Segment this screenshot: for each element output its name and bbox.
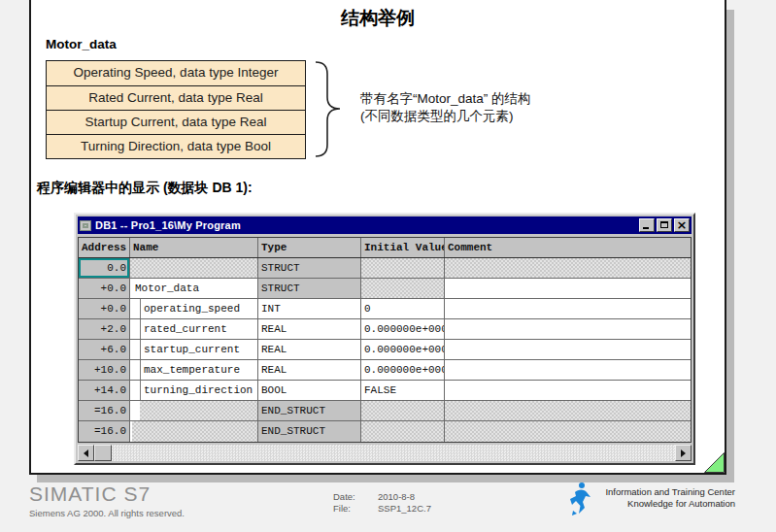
annotation-line-2: (不同数据类型的几个元素) — [360, 108, 531, 125]
table-row[interactable]: +0.0operating_speedINT0 — [79, 299, 691, 319]
name-cell[interactable]: startup_current — [130, 340, 258, 359]
comment-cell[interactable] — [445, 258, 691, 278]
type-cell[interactable]: STRUCT — [258, 279, 361, 298]
type-cell[interactable]: REAL — [258, 340, 361, 359]
initial-value-cell[interactable] — [361, 401, 445, 420]
initial-value-cell[interactable]: 0.000000e+000 — [361, 360, 445, 380]
initial-value-cell[interactable]: 0.000000e+000 — [361, 340, 445, 359]
initial-value-cell[interactable]: 0.000000e+000 — [361, 319, 445, 339]
file-label: File: — [333, 503, 378, 515]
org-line-2: Knowledge for Automation — [605, 498, 735, 510]
minimize-icon[interactable] — [639, 218, 655, 232]
type-cell[interactable]: REAL — [258, 319, 361, 339]
address-cell[interactable]: =16.0 — [79, 421, 130, 442]
table-header-row: AddressNameTypeInitial ValueComment — [79, 238, 691, 258]
address-cell[interactable]: +0.0 — [79, 299, 130, 318]
type-cell[interactable]: REAL — [258, 360, 361, 380]
window-titlebar[interactable]: DB1 -- Pro1_16\My Program — [78, 216, 692, 234]
org-text: Information and Training Center Knowledg… — [605, 486, 735, 509]
window-title: DB1 -- Pro1_16\My Program — [95, 219, 637, 231]
table-row[interactable]: +10.0max_temperatureREAL0.000000e+000 — [79, 360, 691, 381]
comment-cell[interactable] — [445, 421, 691, 442]
name-cell[interactable]: turning_direction — [130, 381, 258, 400]
address-cell[interactable]: =16.0 — [79, 401, 130, 420]
table-row[interactable]: +2.0rated_currentREAL0.000000e+000 — [79, 319, 691, 340]
name-cell[interactable]: max_temperature — [130, 360, 258, 380]
db-editor-window: DB1 -- Pro1_16\My Program AddressNameTyp… — [74, 213, 695, 465]
scroll-right-icon[interactable] — [675, 445, 692, 461]
product-name: SIMATIC S7 — [29, 482, 151, 506]
struct-element-2: Startup Current, data type Real — [47, 110, 305, 134]
date-value: 2010-8-8 — [378, 491, 415, 503]
annotation-line-1: 带有名字“Motor_data” 的结构 — [360, 90, 531, 108]
scrollbar-track[interactable] — [112, 445, 675, 461]
maximize-icon[interactable] — [657, 218, 672, 232]
struct-name-label: Motor_data — [46, 37, 117, 51]
section-heading: 程序编辑器中的显示 (数据块 DB 1): — [37, 180, 253, 197]
page-background: 结构举例 Motor_data Operating Speed, data ty… — [0, 0, 776, 532]
initial-value-cell[interactable]: 0 — [361, 299, 445, 318]
slide-corner-fold — [704, 452, 725, 473]
date-label: Date: — [333, 491, 378, 503]
struct-annotation: 带有名字“Motor_data” 的结构 (不同数据类型的几个元素) — [360, 90, 531, 125]
address-cell[interactable]: +2.0 — [79, 319, 130, 339]
hatch-pattern — [140, 401, 257, 420]
comment-cell[interactable] — [445, 381, 691, 400]
comment-cell[interactable] — [445, 340, 691, 359]
name-cell[interactable] — [130, 421, 258, 442]
comment-cell[interactable] — [445, 299, 691, 318]
struct-element-3: Turning Direction, data type Bool — [47, 134, 305, 158]
column-header-comment: Comment — [445, 238, 691, 257]
name-cell[interactable]: Motor_data — [130, 279, 258, 298]
type-cell[interactable]: BOOL — [258, 381, 361, 400]
table-row[interactable]: 0.0STRUCT — [79, 258, 691, 279]
scroll-left-icon[interactable] — [78, 445, 94, 461]
hatch-pattern — [130, 258, 257, 278]
comment-cell[interactable] — [445, 401, 691, 420]
type-cell[interactable]: STRUCT — [258, 258, 361, 278]
table-row[interactable]: =16.0END_STRUCT — [79, 401, 691, 421]
initial-value-cell[interactable] — [361, 279, 445, 298]
table-row[interactable]: =16.0END_STRUCT — [79, 421, 691, 442]
scrollbar-thumb[interactable] — [94, 445, 112, 461]
address-cell[interactable]: +14.0 — [79, 381, 130, 400]
address-cell[interactable]: 0.0 — [79, 258, 130, 278]
struct-element-1: Rated Current, data type Real — [47, 85, 305, 110]
address-cell[interactable]: +10.0 — [79, 360, 130, 380]
horizontal-scrollbar[interactable] — [78, 445, 692, 461]
name-cell[interactable]: operating_speed — [130, 299, 258, 318]
name-cell[interactable] — [130, 258, 258, 278]
file-value: SSP1_12C.7 — [378, 503, 431, 515]
date-file-block: Date: 2010-8-8 File: SSP1_12C.7 — [333, 491, 431, 514]
table-row[interactable]: +14.0turning_directionBOOLFALSE — [79, 381, 691, 401]
address-cell[interactable]: +6.0 — [79, 340, 130, 359]
name-cell[interactable] — [130, 401, 258, 420]
address-cell[interactable]: +0.0 — [79, 279, 130, 298]
column-header-initial-value: Initial Value — [361, 238, 445, 257]
column-header-name: Name — [130, 238, 258, 257]
hatch-pattern — [132, 421, 257, 442]
table-row[interactable]: +0.0Motor_dataSTRUCT — [79, 279, 691, 299]
comment-cell[interactable] — [445, 360, 691, 380]
close-icon[interactable] — [674, 218, 690, 232]
db-block-icon — [80, 220, 91, 231]
slide-title: 结构举例 — [31, 6, 725, 31]
struct-element-0: Operating Speed, data type Integer — [47, 61, 305, 85]
comment-cell[interactable] — [445, 319, 691, 339]
initial-value-cell[interactable]: FALSE — [361, 381, 445, 400]
comment-cell[interactable] — [445, 279, 691, 298]
type-cell[interactable]: END_STRUCT — [258, 421, 361, 442]
initial-value-cell[interactable] — [361, 421, 445, 442]
slide: 结构举例 Motor_data Operating Speed, data ty… — [29, 0, 726, 475]
struct-box: Operating Speed, data type IntegerRated … — [46, 60, 306, 159]
training-center-logo-icon — [567, 482, 594, 516]
name-cell[interactable]: rated_current — [130, 319, 258, 339]
column-header-type: Type — [258, 238, 361, 257]
db-table: AddressNameTypeInitial ValueComment0.0ST… — [78, 237, 692, 443]
table-row[interactable]: +6.0startup_currentREAL0.000000e+000 — [79, 340, 691, 360]
org-line-1: Information and Training Center — [605, 486, 735, 498]
type-cell[interactable]: END_STRUCT — [258, 401, 361, 420]
initial-value-cell[interactable] — [361, 258, 445, 278]
copyright-text: Siemens AG 2000. All rights reserved. — [29, 508, 185, 518]
type-cell[interactable]: INT — [258, 299, 361, 318]
